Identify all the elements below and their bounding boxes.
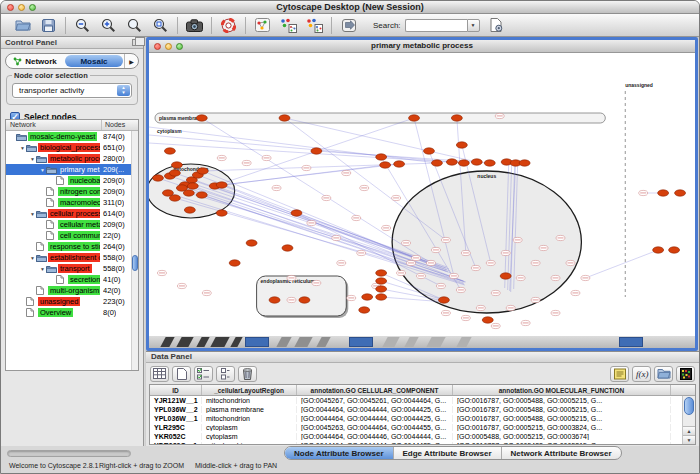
table-row-ypl036w__1[interactable]: YPL036W__1mitochondrion[GO:0044464, GO:0… (150, 414, 695, 423)
tree-row-secretion[interactable]: secretion41(0) (6, 274, 131, 285)
scroll-up-arrow[interactable]: ▲ (683, 426, 695, 435)
tab-network-attribute-browser[interactable]: Network Attribute Browser (502, 447, 621, 459)
tree-row-overview[interactable]: Overview8(0) (6, 307, 131, 318)
tree-row-macromolecule[interactable]: macromolecule311(0) (6, 197, 131, 208)
delete-attribute-trash-icon[interactable] (238, 366, 257, 382)
tree-header[interactable]: Network Nodes (6, 120, 138, 131)
network-node-colored[interactable] (229, 260, 240, 266)
network-node-colored[interactable] (311, 148, 322, 154)
open-network-icon[interactable] (253, 16, 272, 34)
tree-row-nucleobase-[interactable]: nucleobase-209(0) (6, 175, 131, 186)
table-row-yjr121w__1[interactable]: YJR121W__1mitochondrion[GO:0045267, GO:0… (150, 396, 695, 405)
tree-row-cell-communicat[interactable]: cell communicat22(0) (6, 230, 131, 241)
network-node-colored[interactable] (653, 247, 664, 253)
unselect-attributes-icon[interactable] (216, 366, 235, 382)
network-node-colored[interactable] (376, 294, 387, 300)
table-row-ydr039c__1[interactable]: YDR039C__1mitochondrion[GO:0044464, GO:0… (150, 441, 695, 445)
select-attributes-icon[interactable] (194, 366, 213, 382)
tree-row-response-to-stimulu[interactable]: response to stimulu264(0) (6, 241, 131, 252)
network-edge[interactable] (149, 135, 452, 162)
network-node-colored[interactable] (394, 161, 405, 167)
expand-triangle-icon[interactable]: ▼ (29, 156, 36, 162)
attribute-notes-icon[interactable] (610, 366, 629, 382)
tab-mosaic[interactable]: Mosaic (65, 55, 123, 67)
network-node-colored[interactable] (500, 273, 511, 279)
tree-row-transport[interactable]: ▼transport558(0) (6, 263, 131, 274)
help-lifesaver-icon[interactable] (219, 16, 238, 34)
expand-triangle-icon[interactable]: ▼ (29, 211, 36, 217)
network-node-colored[interactable] (269, 297, 280, 303)
tree-row-mosaic-demo-yeast[interactable]: mosaic-demo-yeast874(0) (6, 131, 131, 142)
search-options-icon[interactable] (487, 16, 506, 34)
network-node-colored[interactable] (196, 115, 207, 121)
network-node-colored[interactable] (216, 210, 227, 216)
column-header-cellular-component[interactable]: annotation.GO CELLULAR_COMPONENT (297, 385, 453, 395)
network-node-colored[interactable] (196, 192, 207, 198)
network-node-colored[interactable] (456, 142, 467, 148)
node-attribute-table[interactable]: ID _cellularLayoutRegion annotation.GO C… (149, 384, 696, 445)
network-node-colored[interactable] (376, 286, 387, 292)
tree-row-multi-organism-pro[interactable]: multi-organism pro42(0) (6, 285, 131, 296)
network-edge[interactable] (149, 143, 464, 163)
filter-icon[interactable] (339, 16, 358, 34)
search-input[interactable] (405, 19, 467, 32)
expand-triangle-icon[interactable]: ▼ (39, 167, 46, 173)
table-row-ypl036w__2[interactable]: YPL036W__2plasma membrane[GO:0044464, GO… (150, 405, 695, 414)
network-node-colored[interactable] (197, 168, 208, 174)
tree-scrollbar-thumb[interactable] (132, 255, 138, 271)
network-node-colored[interactable] (380, 162, 391, 168)
tab-overflow-button[interactable]: ▶ (124, 54, 138, 68)
tree-column-nodes[interactable]: Nodes (105, 121, 125, 128)
network-node-colored[interactable] (152, 175, 163, 181)
expand-triangle-icon[interactable]: ▼ (19, 145, 26, 151)
vizmapper-icon[interactable] (279, 16, 298, 34)
network-node-colored[interactable] (279, 115, 290, 121)
network-node-colored[interactable] (675, 190, 686, 196)
network-node-colored[interactable] (169, 170, 180, 176)
tab-edge-attribute-browser[interactable]: Edge Attribute Browser (394, 447, 502, 459)
import-attributes-folder-icon[interactable] (654, 366, 673, 382)
table-row-ylr295c[interactable]: YLR295Ccytoplasm[GO:0045263, GO:0044464,… (150, 423, 695, 432)
network-graph[interactable]: plasma membranecytoplasmnucleusmitochond… (149, 53, 695, 336)
tree-row-establishment-of-lo[interactable]: ▼establishment of lo558(0) (6, 252, 131, 263)
network-node-colored[interactable] (669, 247, 680, 253)
network-node-colored[interactable] (246, 240, 257, 246)
network-edge[interactable] (149, 127, 437, 163)
zoom-out-icon[interactable] (73, 16, 92, 34)
tab-node-attribute-browser[interactable]: Node Attribute Browser (285, 447, 394, 459)
scroll-down-arrow[interactable]: ▼ (683, 435, 695, 444)
network-node-colored[interactable] (431, 160, 442, 166)
matrix-view-icon[interactable] (676, 366, 695, 382)
table-scrollbar[interactable]: ▲ ▼ (682, 396, 695, 444)
zoom-fit-icon[interactable] (151, 16, 170, 34)
tree-row-cellular-process[interactable]: ▼cellular process614(0) (6, 208, 131, 219)
network-node-colored[interactable] (362, 294, 373, 300)
column-divider[interactable] (101, 120, 102, 130)
network-canvas[interactable]: plasma membranecytoplasmnucleusmitochond… (149, 53, 695, 336)
network-node-colored[interactable] (376, 154, 387, 160)
network-node-colored[interactable] (183, 190, 194, 196)
tree-column-network[interactable]: Network (10, 121, 36, 128)
network-node-colored[interactable] (451, 115, 462, 121)
network-node-colored[interactable] (519, 160, 530, 166)
tree-row-nitrogen-compo[interactable]: nitrogen compo209(0) (6, 186, 131, 197)
network-node-colored[interactable] (171, 162, 182, 168)
network-node-colored[interactable] (187, 183, 198, 189)
network-node-colored[interactable] (482, 317, 493, 323)
network-node-colored[interactable] (658, 190, 669, 196)
tree-scrollbar[interactable] (131, 131, 138, 370)
expand-triangle-icon[interactable]: ▼ (29, 255, 36, 261)
snapshot-camera-icon[interactable] (185, 16, 204, 34)
zoom-in-icon[interactable] (99, 16, 118, 34)
network-node-colored[interactable] (164, 148, 175, 154)
tree-row-cellular-metabol[interactable]: cellular metabol209(0) (6, 219, 131, 230)
network-node-colored[interactable] (423, 148, 434, 154)
zoom-selected-icon[interactable] (125, 16, 144, 34)
tree-row-biological-process[interactable]: ▼biological_process651(0) (6, 142, 131, 153)
table-scrollbar-thumb[interactable] (684, 397, 694, 415)
network-node-colored[interactable] (376, 278, 387, 284)
network-node-colored[interactable] (216, 182, 227, 188)
network-node-colored[interactable] (409, 115, 420, 121)
network-node-colored[interactable] (471, 159, 482, 165)
network-edge[interactable] (585, 250, 658, 278)
